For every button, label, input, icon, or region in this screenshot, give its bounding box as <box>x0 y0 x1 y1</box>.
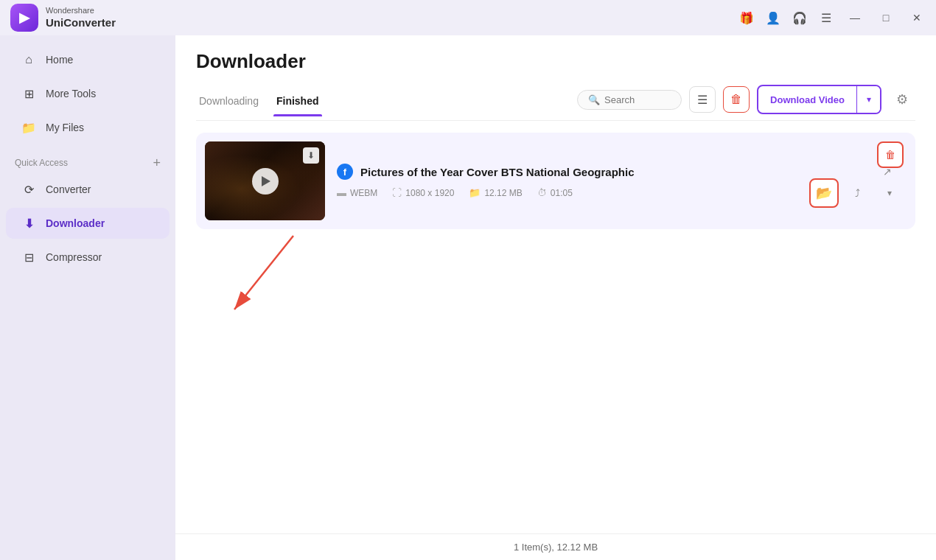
more-options-button[interactable]: ▾ <box>876 179 904 207</box>
trash-icon: 🗑 <box>730 93 742 106</box>
settings-button[interactable]: ⚙ <box>889 86 915 113</box>
tab-finished[interactable]: Finished <box>273 89 334 116</box>
compressor-icon: ⊟ <box>21 249 37 265</box>
video-title: Pictures of the Year Cover BTS National … <box>360 166 876 178</box>
more-tools-icon: ⊞ <box>21 85 37 102</box>
sidebar-item-downloader[interactable]: ⬇ Downloader <box>6 208 170 239</box>
resolution-icon: ⛶ <box>392 187 402 198</box>
content-header: Downloader Downloading Finished 🔍 <box>175 35 936 121</box>
settings-icon: ⚙ <box>896 91 908 108</box>
headset-icon[interactable]: 🎧 <box>792 10 808 26</box>
search-icon: 🔍 <box>588 94 600 105</box>
page-title: Downloader <box>196 50 915 73</box>
app-brand: ▶ Wondershare UniConverter <box>0 4 116 32</box>
titlebar: ▶ Wondershare UniConverter 🎁 👤 🎧 ☰ — □ ✕ <box>0 0 936 35</box>
sidebar-item-more-tools[interactable]: ⊞ More Tools <box>6 78 170 109</box>
video-thumbnail[interactable]: ⬇ <box>205 141 325 220</box>
sidebar-item-converter-label: Converter <box>46 183 91 195</box>
folder-icon: 📂 <box>816 185 832 201</box>
sidebar-item-my-files[interactable]: 📁 My Files <box>6 112 170 143</box>
svg-line-1 <box>234 236 293 309</box>
sidebar-item-converter[interactable]: ⟳ Converter <box>6 174 170 205</box>
delete-button[interactable]: 🗑 <box>723 86 750 113</box>
app-product: UniConverter <box>46 16 116 29</box>
chevron-down-icon: ▾ <box>887 188 892 198</box>
duration-icon: ⏱ <box>537 187 547 198</box>
export-icon: ⤴ <box>855 187 860 199</box>
converter-icon: ⟳ <box>21 181 37 197</box>
video-format: WEBM <box>350 188 377 198</box>
search-box[interactable]: 🔍 <box>577 90 682 110</box>
table-row: ⬇ f Pictures of the Year Cover BTS Natio… <box>196 133 915 229</box>
sidebar-item-compressor-label: Compressor <box>46 251 102 263</box>
open-folder-button[interactable]: 📂 <box>809 178 839 208</box>
video-size: 12.12 MB <box>484 188 522 198</box>
downloader-icon: ⬇ <box>21 215 37 231</box>
sidebar-item-more-tools-label: More Tools <box>46 88 96 99</box>
meta-size: 📁 12.12 MB <box>469 187 522 198</box>
list-view-button[interactable]: ☰ <box>689 86 716 113</box>
status-text: 1 Item(s), 12.12 MB <box>514 542 598 553</box>
video-resolution: 1080 x 1920 <box>405 188 454 198</box>
play-icon <box>262 176 270 186</box>
sidebar-item-downloader-label: Downloader <box>46 217 105 229</box>
close-button[interactable]: ✕ <box>907 7 927 28</box>
maximize-button[interactable]: □ <box>876 7 896 28</box>
video-duration: 01:05 <box>551 188 573 198</box>
size-icon: 📁 <box>469 187 481 198</box>
video-title-row: f Pictures of the Year Cover BTS Nationa… <box>337 164 892 180</box>
sidebar-item-my-files-label: My Files <box>46 122 84 133</box>
video-list: ⬇ f Pictures of the Year Cover BTS Natio… <box>175 121 936 533</box>
quick-access-header: Quick Access + <box>0 149 175 172</box>
download-video-button[interactable]: Download Video ▾ <box>757 85 881 114</box>
chevron-down-icon: ▾ <box>867 94 871 105</box>
meta-duration: ⏱ 01:05 <box>537 187 573 198</box>
sidebar: ⌂ Home ⊞ More Tools 📁 My Files Quick Acc… <box>0 35 175 560</box>
download-video-label: Download Video <box>758 90 856 110</box>
tab-actions: 🔍 ☰ 🗑 Download Video ▾ <box>577 85 915 120</box>
minimize-button[interactable]: — <box>845 7 865 28</box>
meta-format: ▬ WEBM <box>337 187 377 198</box>
format-icon: ▬ <box>337 187 346 198</box>
sidebar-item-compressor[interactable]: ⊟ Compressor <box>6 242 170 273</box>
content-area: Downloader Downloading Finished 🔍 <box>175 35 936 560</box>
tab-bar: Downloading Finished 🔍 ☰ 🗑 <box>196 85 915 121</box>
home-icon: ⌂ <box>21 52 37 68</box>
play-button[interactable] <box>252 168 279 195</box>
meta-resolution: ⛶ 1080 x 1920 <box>392 187 454 198</box>
item-delete-button[interactable]: 🗑 <box>877 141 904 168</box>
my-files-icon: 📁 <box>21 119 37 136</box>
app-name-block: Wondershare UniConverter <box>46 6 116 29</box>
sidebar-item-home[interactable]: ⌂ Home <box>6 44 170 75</box>
annotation-arrow <box>212 228 360 346</box>
user-icon[interactable]: 👤 <box>765 10 781 26</box>
sidebar-item-home-label: Home <box>46 54 73 66</box>
download-indicator: ⬇ <box>303 147 319 164</box>
tab-downloading[interactable]: Downloading <box>196 89 273 116</box>
main-layout: ⌂ Home ⊞ More Tools 📁 My Files Quick Acc… <box>0 35 936 560</box>
gift-icon[interactable]: 🎁 <box>738 10 755 26</box>
app-logo-symbol: ▶ <box>19 10 29 26</box>
app-logo: ▶ <box>10 4 38 32</box>
quick-access-label: Quick Access <box>15 158 68 168</box>
tabs: Downloading Finished <box>196 89 334 116</box>
trash-icon: 🗑 <box>885 149 895 161</box>
export-button[interactable]: ⤴ <box>843 179 871 207</box>
search-input[interactable] <box>604 94 671 105</box>
list-view-icon: ☰ <box>697 93 708 107</box>
status-bar: 1 Item(s), 12.12 MB <box>175 533 936 560</box>
app-vendor: Wondershare <box>46 6 116 15</box>
facebook-icon: f <box>337 164 353 180</box>
quick-access-add-button[interactable]: + <box>153 156 161 169</box>
download-video-arrow[interactable]: ▾ <box>856 86 880 113</box>
titlebar-controls: 🎁 👤 🎧 ☰ — □ ✕ <box>738 7 927 28</box>
menu-icon[interactable]: ☰ <box>818 10 834 26</box>
